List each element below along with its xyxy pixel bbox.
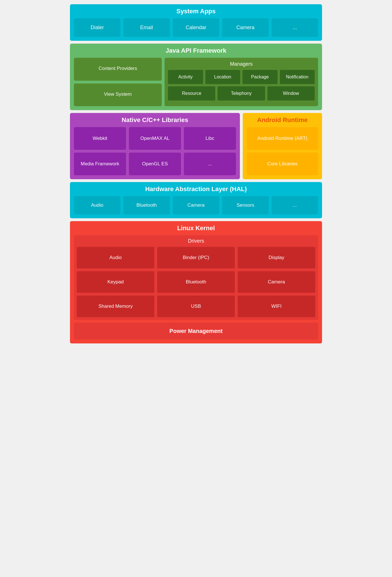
java-api-title: Java API Framework xyxy=(74,47,318,54)
manager-location: Location xyxy=(205,70,240,84)
lib-libc: Libc xyxy=(184,127,236,150)
linux-kernel-layer: Linux Kernel Drivers Audio Binder (IPC) … xyxy=(70,221,322,343)
view-system-box: View System xyxy=(74,84,162,106)
app-dialer: Dialer xyxy=(74,18,120,37)
drivers-title: Drivers xyxy=(77,238,315,244)
hal-camera: Camera xyxy=(173,196,219,214)
native-libs-layer: Native C/C++ Libraries Webkit OpenMAX AL… xyxy=(70,113,240,179)
manager-package: Package xyxy=(242,70,278,84)
art-box: Android Runtime (ART) xyxy=(247,127,318,150)
lib-openmax: OpenMAX AL xyxy=(129,127,181,150)
app-email: Email xyxy=(123,18,170,37)
system-apps-row: Dialer Email Calendar Camera ... xyxy=(74,18,318,37)
driver-bluetooth: Bluetooth xyxy=(157,271,235,293)
hal-audio: Audio xyxy=(74,196,120,214)
driver-shared-memory: Shared Memory xyxy=(77,296,154,317)
lib-webkit: Webkit xyxy=(74,127,126,150)
system-apps-layer: System Apps Dialer Email Calendar Camera… xyxy=(70,4,322,41)
managers-container: Managers Activity Location Package Notif… xyxy=(165,58,318,106)
power-management-box: Power Management xyxy=(74,323,318,339)
manager-window: Window xyxy=(267,86,315,101)
lib-more: ... xyxy=(184,153,236,175)
manager-activity: Activity xyxy=(168,70,203,84)
native-runtime-section: Native C/C++ Libraries Webkit OpenMAX AL… xyxy=(70,113,322,179)
driver-usb: USB xyxy=(157,296,235,317)
java-api-inner: Content Providers View System Managers A… xyxy=(74,58,318,106)
manager-telephony: Telephony xyxy=(218,86,265,101)
driver-display: Display xyxy=(238,247,315,268)
hal-more: ... xyxy=(272,196,318,214)
driver-binder: Binder (IPC) xyxy=(157,247,235,268)
android-runtime-layer: Android Runtime Android Runtime (ART) Co… xyxy=(243,113,322,179)
android-architecture-diagram: System Apps Dialer Email Calendar Camera… xyxy=(66,0,326,348)
hal-bluetooth: Bluetooth xyxy=(123,196,170,214)
manager-resource: Resource xyxy=(168,86,215,101)
lib-media: Media Framework xyxy=(74,153,126,175)
native-libs-grid: Webkit OpenMAX AL Libc Media Framework O… xyxy=(74,127,236,175)
driver-keypad: Keypad xyxy=(77,271,154,293)
content-providers-box: Content Providers xyxy=(74,58,162,81)
hal-row: Audio Bluetooth Camera Sensors ... xyxy=(74,196,318,214)
hal-sensors: Sensors xyxy=(222,196,269,214)
lib-opengl: OpenGL ES xyxy=(129,153,181,175)
app-camera: Camera xyxy=(222,18,269,37)
driver-camera: Camera xyxy=(238,271,315,293)
java-api-layer: Java API Framework Content Providers Vie… xyxy=(70,44,322,110)
managers-row2: Resource Telephony Window xyxy=(168,86,315,101)
managers-row1: Activity Location Package Notification xyxy=(168,70,315,84)
system-apps-title: System Apps xyxy=(74,8,318,15)
app-calendar: Calendar xyxy=(173,18,219,37)
android-runtime-title: Android Runtime xyxy=(247,116,318,124)
hal-layer: Hardware Abstraction Layer (HAL) Audio B… xyxy=(70,182,322,218)
hal-title: Hardware Abstraction Layer (HAL) xyxy=(74,185,318,193)
drivers-grid: Audio Binder (IPC) Display Keypad Blueto… xyxy=(77,247,315,317)
app-more: ... xyxy=(272,18,318,37)
driver-audio: Audio xyxy=(77,247,154,268)
java-api-left: Content Providers View System xyxy=(74,58,162,106)
core-libraries-box: Core Libraries xyxy=(247,153,318,175)
managers-title: Managers xyxy=(168,61,315,67)
native-libs-title: Native C/C++ Libraries xyxy=(74,116,236,124)
linux-kernel-title: Linux Kernel xyxy=(74,225,318,232)
driver-wifi: WIFI xyxy=(238,296,315,317)
drivers-container: Drivers Audio Binder (IPC) Display Keypa… xyxy=(74,235,318,320)
manager-notification: Notification xyxy=(280,70,315,84)
